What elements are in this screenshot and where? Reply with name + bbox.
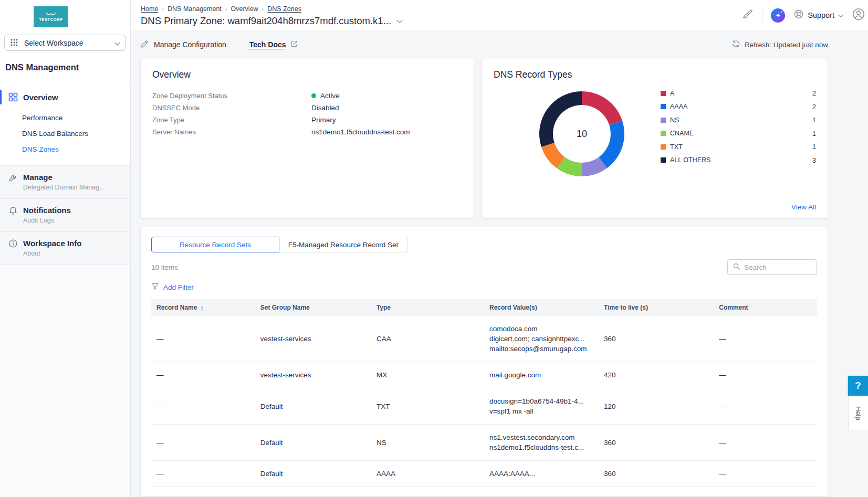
sidebar-title: DNS Management: [5, 62, 130, 72]
cell-record-name: —: [151, 425, 255, 461]
cell-values: AAAA:AAAA...: [484, 461, 599, 487]
tab-resource-record-sets[interactable]: Resource Record Sets: [151, 237, 279, 252]
support-label: Support: [808, 11, 834, 19]
legend-swatch: [661, 91, 666, 96]
external-link-icon: [290, 40, 298, 50]
record-types-legend: A 2 AAAA 2 NS 1 CNAME 1 TXT 1 ALL OTHERS…: [661, 87, 816, 177]
breadcrumb-home[interactable]: Home: [141, 5, 158, 13]
refresh-button[interactable]: Refresh: Updated just now: [731, 39, 828, 50]
breadcrumb-dns-management[interactable]: DNS Management: [168, 5, 222, 13]
bell-icon: [8, 206, 18, 215]
wrench-icon: [8, 173, 18, 182]
view-all-link[interactable]: View All: [791, 203, 816, 211]
cell-type: TXT: [371, 388, 484, 425]
refresh-icon: [731, 39, 740, 50]
cell-ttl: 360: [599, 425, 714, 461]
sidebar-item-notifications[interactable]: Notifications Audit Logs: [0, 198, 130, 231]
table-row[interactable]: — Default NS ns1.vestest.secondary.comns…: [151, 425, 817, 461]
title-chevron-down-icon[interactable]: [396, 16, 403, 26]
legend-value: 1: [812, 130, 816, 138]
help-widget: ? Help: [848, 376, 868, 430]
cell-set-group: vestest-services: [255, 316, 371, 362]
workspace-selector[interactable]: Select Workspace: [4, 35, 126, 51]
sidebar-item-workspace-info-sublabel: About: [23, 250, 81, 257]
ai-assistant-button[interactable]: ✦ ✦: [771, 8, 785, 23]
column-type: Type: [371, 299, 484, 316]
tab-f5-managed-record-set[interactable]: F5-Managed Resource Record Set: [279, 237, 407, 252]
cell-ttl: 420: [599, 362, 714, 388]
sidebar-item-dns-load-balancers[interactable]: DNS Load Balancers: [0, 125, 130, 141]
legend-swatch: [661, 131, 666, 136]
table-row[interactable]: — Default TXT docusign=1b0a6754-49b1-4..…: [151, 388, 817, 425]
sidebar-item-manage[interactable]: Manage Delegated Domain Manag...: [0, 165, 130, 198]
cell-comment: —: [714, 388, 817, 425]
breadcrumb-dns-zones[interactable]: DNS Zones: [267, 5, 301, 13]
table-row[interactable]: — vestest-services CAA comodoca.comdigic…: [151, 316, 817, 362]
sidebar-item-performance[interactable]: Performance: [0, 110, 130, 125]
funnel-icon: [151, 282, 159, 292]
legend-item: AAAA 2: [661, 100, 816, 114]
cell-set-group: Default: [255, 425, 371, 461]
search-input[interactable]: [744, 263, 812, 271]
pencil-icon: [140, 39, 149, 50]
support-menu[interactable]: Support: [793, 9, 843, 22]
field-dnssec-mode: DNSSEC Mode Disabled: [152, 102, 462, 114]
legend-label: A: [670, 90, 812, 97]
sidebar-item-workspace-info-label: Workspace Info: [23, 239, 81, 248]
cell-ttl: 360: [599, 461, 714, 487]
wings-icon: [46, 12, 56, 16]
help-tab[interactable]: Help: [848, 396, 868, 430]
records-table: Record Name▲▼ Set Group Name Type Record…: [151, 299, 817, 487]
chevron-down-icon: [114, 38, 120, 48]
sidebar-item-manage-label: Manage: [23, 173, 105, 182]
cell-record-name: —: [151, 316, 255, 362]
tech-docs-link[interactable]: Tech Docs: [249, 40, 298, 50]
add-filter-button[interactable]: Add Filter: [151, 282, 817, 292]
cell-record-name: —: [151, 362, 255, 388]
legend-value: 1: [812, 143, 816, 151]
help-button[interactable]: ?: [848, 376, 868, 396]
breadcrumb-separator: ›: [162, 6, 164, 12]
sparkle-mini-icon: ✦: [780, 10, 782, 14]
testcorp-logo[interactable]: TESTCORP: [34, 6, 68, 27]
items-count: 10 items: [151, 263, 178, 271]
support-icon: [793, 9, 804, 22]
overview-card-title: Overview: [152, 69, 462, 80]
field-label: Zone Type: [152, 116, 311, 124]
sidebar-nav-overview-group: Overview Performance DNS Load Balancers …: [0, 81, 130, 165]
logo-wrap: TESTCORP: [0, 0, 130, 27]
manage-configuration-label: Manage Configuration: [154, 40, 226, 49]
main-header: Home › DNS Management › Overview › DNS Z…: [131, 0, 868, 30]
cell-record-name: —: [151, 461, 255, 487]
search-box: [727, 259, 817, 275]
sidebar-filler: [0, 265, 130, 497]
legend-item: ALL OTHERS 3: [661, 154, 816, 167]
paintbrush-icon[interactable]: [742, 8, 754, 22]
cell-set-group: vestest-services: [255, 362, 371, 388]
column-record-name[interactable]: Record Name▲▼: [151, 299, 255, 316]
table-row[interactable]: — vestest-services MX mail.google.com 42…: [151, 362, 817, 388]
logo-text: TESTCORP: [39, 17, 63, 22]
field-zone-type: Zone Type Primary: [152, 114, 462, 126]
donut-center-label: 10: [539, 91, 625, 177]
records-table-body: — vestest-services CAA comodoca.comdigic…: [151, 316, 817, 487]
legend-value: 1: [812, 116, 816, 124]
breadcrumb-overview[interactable]: Overview: [231, 5, 258, 13]
cell-values: docusign=1b0a6754-49b1-4...v=spf1 mx -al…: [484, 388, 599, 425]
legend-label: NS: [670, 117, 812, 124]
breadcrumb-separator: ›: [225, 6, 227, 12]
manage-configuration-button[interactable]: Manage Configuration: [140, 39, 226, 50]
sidebar-item-overview[interactable]: Overview: [0, 89, 130, 105]
table-row[interactable]: — Default AAAA AAAA:AAAA... 360 —: [151, 461, 817, 487]
workspace-selector-label: Select Workspace: [24, 39, 110, 47]
header-actions: ✦ ✦ Support: [742, 7, 868, 24]
field-label: DNSSEC Mode: [152, 104, 311, 112]
search-icon: [733, 262, 740, 272]
sort-icon[interactable]: ▲▼: [200, 305, 203, 311]
legend-label: CNAME: [670, 130, 812, 137]
field-value: Primary: [311, 116, 336, 124]
account-menu[interactable]: [852, 7, 868, 23]
sidebar-item-workspace-info[interactable]: Workspace Info About: [0, 231, 130, 265]
sidebar-item-dns-zones[interactable]: DNS Zones: [0, 141, 130, 157]
content-area: Manage Configuration Tech Docs Refresh: …: [131, 30, 868, 497]
